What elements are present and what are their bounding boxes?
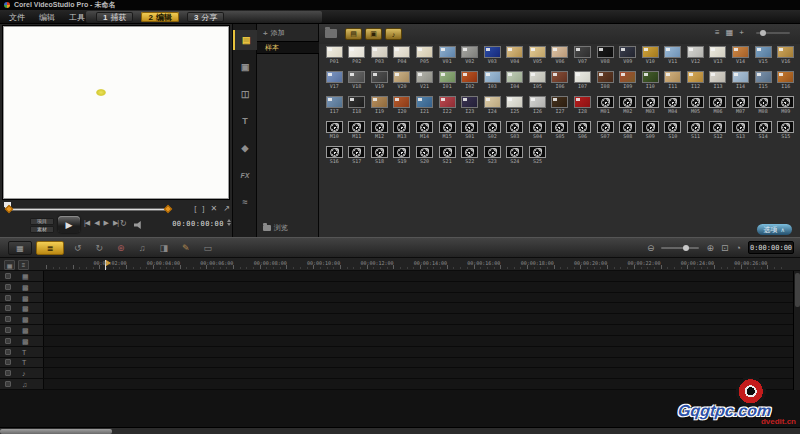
video-thumbnail[interactable] <box>619 46 636 58</box>
library-item-V19[interactable]: V19 <box>368 71 391 96</box>
storyboard-view-button[interactable]: ▦ <box>8 241 32 255</box>
undo-icon[interactable]: ↺ <box>74 243 82 253</box>
library-item-M02[interactable]: M02 <box>616 96 639 121</box>
trim-handle-right[interactable] <box>164 205 172 213</box>
library-item-P03[interactable]: P03 <box>368 46 391 71</box>
library-item-S19[interactable]: S19 <box>391 146 414 171</box>
media-library-icon[interactable]: ▤ <box>233 30 257 50</box>
library-item-I13[interactable]: I13 <box>707 71 730 96</box>
video-thumbnail[interactable] <box>371 71 388 83</box>
library-item-I27[interactable]: I27 <box>549 96 572 121</box>
music-thumbnail[interactable] <box>619 96 636 108</box>
library-item-P02[interactable]: P02 <box>346 46 369 71</box>
library-item-S06[interactable]: S06 <box>571 121 594 146</box>
prev-frame-button[interactable]: ◀ <box>94 219 98 227</box>
library-item-P01[interactable]: P01 <box>323 46 346 71</box>
sound-thumbnail[interactable] <box>348 146 365 158</box>
library-item-V21[interactable]: V21 <box>413 71 436 96</box>
music-thumbnail[interactable] <box>664 96 681 108</box>
sound-thumbnail[interactable] <box>484 146 501 158</box>
track-lane[interactable] <box>44 282 800 292</box>
video-thumbnail[interactable] <box>597 46 614 58</box>
library-item-M08[interactable]: M08 <box>752 96 775 121</box>
photo-thumbnail[interactable] <box>393 46 410 58</box>
image-thumbnail[interactable] <box>484 96 501 108</box>
track-enable-toggle[interactable] <box>5 295 11 301</box>
sound-thumbnail[interactable] <box>574 121 591 133</box>
library-item-P05[interactable]: P05 <box>413 46 436 71</box>
library-item-M05[interactable]: M05 <box>684 96 707 121</box>
library-item-I22[interactable]: I22 <box>436 96 459 121</box>
timeline-view-button[interactable]: ≣ <box>36 241 64 255</box>
image-thumbnail[interactable] <box>642 71 659 83</box>
trim-handle-left[interactable] <box>5 205 13 213</box>
track-lane[interactable] <box>44 271 800 281</box>
track-enable-toggle[interactable] <box>5 338 11 344</box>
vertical-scroll-thumb[interactable] <box>795 273 800 307</box>
slider-thumb[interactable] <box>760 30 766 36</box>
graphic-icon[interactable]: ◆ <box>233 138 257 158</box>
video-thumbnail[interactable] <box>687 46 704 58</box>
library-item-I25[interactable]: I25 <box>504 96 527 121</box>
library-item-M12[interactable]: M12 <box>368 121 391 146</box>
video-thumbnail[interactable] <box>484 46 501 58</box>
sound-thumbnail[interactable] <box>664 121 681 133</box>
track-enable-toggle[interactable] <box>5 305 11 311</box>
library-item-P04[interactable]: P04 <box>391 46 414 71</box>
browse-button[interactable]: 浏览 <box>263 223 288 233</box>
image-thumbnail[interactable] <box>506 96 523 108</box>
sound-thumbnail[interactable] <box>777 121 794 133</box>
image-thumbnail[interactable] <box>574 71 591 83</box>
library-item-I12[interactable]: I12 <box>684 71 707 96</box>
show-all-tracks-button[interactable]: ▦ <box>4 260 15 270</box>
image-thumbnail[interactable] <box>574 96 591 108</box>
track-lane[interactable] <box>44 358 800 368</box>
sound-thumbnail[interactable] <box>461 121 478 133</box>
timeline-ruler[interactable]: ▦ ≡ 00:00:02:0000:00:04:0000:00:06:0000:… <box>0 257 800 271</box>
track-lane[interactable] <box>44 325 800 335</box>
library-item-I01[interactable]: I01 <box>436 71 459 96</box>
video-thumbnail[interactable] <box>416 71 433 83</box>
library-item-S03[interactable]: S03 <box>504 121 527 146</box>
library-item-V03[interactable]: V03 <box>481 46 504 71</box>
library-item-I05[interactable]: I05 <box>526 71 549 96</box>
track-manager-button[interactable]: ≡ <box>18 260 29 270</box>
project-mode-button[interactable]: 项目 <box>30 218 54 225</box>
library-item-M03[interactable]: M03 <box>639 96 662 121</box>
library-item-V12[interactable]: V12 <box>684 46 707 71</box>
title-icon[interactable]: T <box>233 111 257 131</box>
instant-project-icon[interactable]: ▣ <box>233 57 257 77</box>
library-item-M04[interactable]: M04 <box>662 96 685 121</box>
transition-icon[interactable]: ◫ <box>233 84 257 104</box>
redo-icon[interactable]: ↻ <box>96 243 104 253</box>
sound-thumbnail[interactable] <box>732 121 749 133</box>
volume-icon[interactable] <box>134 221 143 229</box>
record-capture-icon[interactable]: ⊛ <box>117 243 125 253</box>
library-item-V10[interactable]: V10 <box>639 46 662 71</box>
image-thumbnail[interactable] <box>371 96 388 108</box>
library-item-I08[interactable]: I08 <box>594 71 617 96</box>
track-enable-toggle[interactable] <box>5 316 11 322</box>
library-item-V09[interactable]: V09 <box>616 46 639 71</box>
image-thumbnail[interactable] <box>461 71 478 83</box>
track-enable-toggle[interactable] <box>5 327 11 333</box>
show-photo-button[interactable]: ▣ <box>365 28 382 40</box>
show-audio-button[interactable]: ♪ <box>385 28 402 40</box>
library-item-S25[interactable]: S25 <box>526 146 549 171</box>
track-enable-toggle[interactable] <box>5 273 11 279</box>
sound-thumbnail[interactable] <box>461 146 478 158</box>
library-item-V02[interactable]: V02 <box>458 46 481 71</box>
timeline-vertical-scrollbar[interactable] <box>793 271 800 390</box>
library-item-V05[interactable]: V05 <box>526 46 549 71</box>
library-item-I09[interactable]: I09 <box>616 71 639 96</box>
image-thumbnail[interactable] <box>439 96 456 108</box>
music-thumbnail[interactable] <box>642 96 659 108</box>
library-item-S01[interactable]: S01 <box>458 121 481 146</box>
photo-thumbnail[interactable] <box>371 46 388 58</box>
video-thumbnail[interactable] <box>439 46 456 58</box>
image-thumbnail[interactable] <box>529 96 546 108</box>
timeline-zoom-slider[interactable] <box>661 247 699 249</box>
library-item-V01[interactable]: V01 <box>436 46 459 71</box>
library-item-M01[interactable]: M01 <box>594 96 617 121</box>
subtitle-editor-icon[interactable]: ▭ <box>203 243 212 253</box>
